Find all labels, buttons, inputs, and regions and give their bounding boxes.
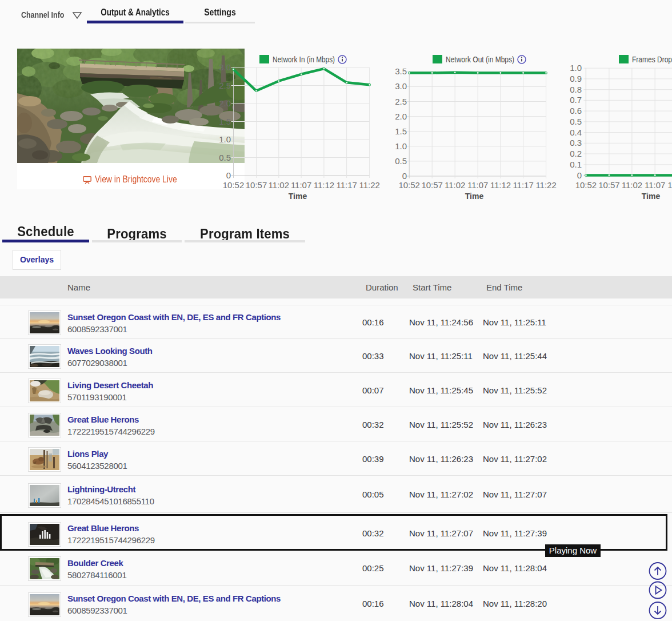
svg-text:2.5: 2.5 [395, 97, 407, 106]
svg-text:11:17: 11:17 [513, 180, 533, 190]
svg-text:10:52: 10:52 [223, 180, 245, 190]
svg-text:Time: Time [642, 192, 661, 201]
svg-text:11:07: 11:07 [291, 180, 311, 190]
svg-text:3.0: 3.0 [395, 81, 407, 91]
svg-text:1.5: 1.5 [219, 117, 231, 126]
svg-text:1.0: 1.0 [219, 134, 231, 144]
svg-text:0: 0 [577, 170, 582, 180]
svg-text:0.5: 0.5 [395, 156, 407, 166]
svg-text:10:57: 10:57 [421, 180, 443, 190]
svg-text:11:12: 11:12 [490, 180, 511, 190]
svg-text:0.1: 0.1 [570, 160, 582, 169]
svg-text:11:12: 11:12 [314, 180, 334, 190]
svg-text:0.3: 0.3 [570, 138, 582, 148]
svg-text:Frames Dropped (in fps): Frames Dropped (in fps) [632, 54, 672, 64]
svg-text:11:12: 11:12 [667, 180, 672, 190]
svg-text:2.0: 2.0 [219, 98, 231, 108]
svg-text:10:57: 10:57 [246, 180, 267, 190]
svg-text:11:02: 11:02 [269, 180, 289, 190]
svg-text:3.5: 3.5 [395, 66, 407, 76]
svg-text:1.0: 1.0 [395, 141, 407, 151]
svg-text:1.0: 1.0 [570, 63, 582, 73]
svg-text:0.4: 0.4 [570, 128, 582, 137]
svg-text:10:57: 10:57 [598, 180, 620, 190]
svg-text:2.5: 2.5 [219, 81, 231, 90]
svg-text:2.0: 2.0 [395, 112, 407, 121]
svg-text:0: 0 [226, 170, 231, 180]
svg-text:11:17: 11:17 [336, 180, 357, 190]
svg-text:Time: Time [465, 192, 484, 201]
svg-text:0.7: 0.7 [570, 95, 582, 105]
svg-text:11:02: 11:02 [445, 180, 465, 190]
svg-text:11:07: 11:07 [645, 180, 665, 190]
svg-text:11:22: 11:22 [535, 180, 556, 190]
svg-text:0: 0 [402, 171, 407, 181]
svg-text:10:52: 10:52 [575, 180, 597, 190]
svg-text:3.0: 3.0 [219, 62, 231, 72]
svg-text:11:07: 11:07 [467, 180, 488, 190]
svg-text:11:22: 11:22 [359, 180, 379, 190]
svg-text:0.8: 0.8 [570, 85, 582, 94]
svg-text:0.2: 0.2 [570, 149, 582, 158]
svg-text:10:52: 10:52 [398, 180, 420, 190]
svg-text:11:02: 11:02 [622, 180, 642, 190]
svg-text:1.5: 1.5 [395, 126, 407, 136]
svg-text:Network In (in Mbps): Network In (in Mbps) [273, 54, 335, 64]
svg-text:0.6: 0.6 [570, 106, 582, 116]
svg-text:0.5: 0.5 [219, 153, 231, 162]
svg-text:Time: Time [289, 192, 307, 201]
svg-text:0.9: 0.9 [570, 74, 582, 83]
svg-text:Network Out (in Mbps): Network Out (in Mbps) [446, 54, 514, 64]
svg-text:0.5: 0.5 [570, 117, 582, 126]
